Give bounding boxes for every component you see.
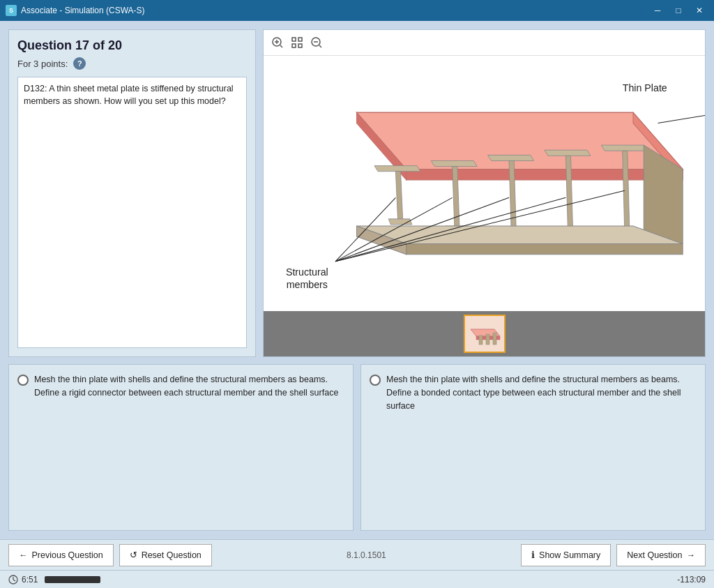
question-title: Question 17 of 20 bbox=[17, 38, 247, 53]
prev-arrow-icon: ← bbox=[19, 550, 28, 560]
main-content: Question 17 of 20 For 3 points: ? D132: … bbox=[0, 21, 714, 539]
show-summary-button[interactable]: ℹ Show Summary bbox=[521, 544, 611, 566]
progress-bar bbox=[45, 576, 100, 583]
clock-icon bbox=[8, 575, 18, 585]
minimize-button[interactable]: ─ bbox=[648, 3, 667, 17]
answer-text-b: Mesh the thin plate with shells and defi… bbox=[386, 373, 697, 412]
model-svg: Thin Plate Structural members bbox=[264, 56, 705, 311]
elapsed-time: 6:51 bbox=[22, 575, 38, 585]
svg-marker-34 bbox=[407, 243, 683, 254]
thin-plate-label: Thin Plate bbox=[623, 82, 667, 93]
zoom-out-button[interactable] bbox=[308, 34, 325, 51]
bottom-toolbar: ← Previous Question ↺ Reset Question 8.1… bbox=[0, 539, 714, 570]
window-title: Associate - Simulation (CSWA-S) bbox=[21, 6, 145, 15]
structural-members-label: Structural bbox=[286, 266, 328, 278]
reset-icon: ↺ bbox=[130, 550, 137, 560]
next-question-button[interactable]: Next Question → bbox=[616, 544, 706, 566]
status-clock: 6:51 bbox=[8, 575, 38, 585]
reset-question-button[interactable]: ↺ Reset Question bbox=[119, 544, 212, 566]
svg-marker-28 bbox=[601, 145, 647, 151]
svg-line-49 bbox=[13, 580, 15, 581]
thumbnail-item[interactable] bbox=[464, 315, 506, 353]
close-button[interactable]: ✕ bbox=[690, 3, 708, 17]
next-arrow-icon: → bbox=[687, 550, 696, 560]
app-icon: S bbox=[6, 5, 17, 16]
svg-marker-16 bbox=[374, 166, 420, 172]
zoom-in-button[interactable] bbox=[269, 34, 286, 51]
svg-marker-22 bbox=[488, 155, 534, 160]
svg-marker-25 bbox=[545, 150, 591, 156]
svg-line-10 bbox=[319, 45, 321, 47]
version-text: 8.1.0.1501 bbox=[218, 550, 515, 560]
svg-marker-19 bbox=[431, 160, 477, 166]
image-main: Thin Plate Structural members bbox=[264, 56, 705, 311]
answer-text-a: Mesh the thin plate with shells and defi… bbox=[34, 373, 344, 400]
svg-rect-4 bbox=[292, 38, 296, 41]
radio-a[interactable] bbox=[17, 375, 29, 386]
help-icon[interactable]: ? bbox=[73, 57, 86, 70]
info-icon: ℹ bbox=[531, 550, 535, 560]
svg-line-3 bbox=[280, 45, 282, 47]
svg-rect-11 bbox=[264, 56, 704, 311]
question-text: D132: A thin sheet metal plate is stiffe… bbox=[24, 84, 234, 106]
image-panel: Thin Plate Structural members bbox=[263, 29, 706, 357]
fit-view-button[interactable] bbox=[289, 34, 305, 51]
image-toolbar bbox=[264, 30, 705, 56]
svg-text:members: members bbox=[287, 279, 328, 290]
question-text-box: D132: A thin sheet metal plate is stiffe… bbox=[17, 77, 247, 348]
svg-rect-6 bbox=[292, 44, 296, 47]
svg-marker-45 bbox=[486, 334, 489, 345]
image-thumbnail-bar bbox=[264, 311, 705, 356]
question-panel: Question 17 of 20 For 3 points: ? D132: … bbox=[8, 29, 256, 357]
svg-rect-7 bbox=[298, 44, 302, 47]
answer-option-a[interactable]: Mesh the thin plate with shells and defi… bbox=[8, 364, 354, 531]
title-bar: S Associate - Simulation (CSWA-S) ─ □ ✕ bbox=[0, 0, 714, 21]
question-points: For 3 points: ? bbox=[17, 57, 247, 70]
radio-b[interactable] bbox=[370, 375, 381, 386]
answers-section: Mesh the thin plate with shells and defi… bbox=[8, 364, 706, 531]
status-bar: 6:51 -113:09 bbox=[0, 570, 714, 588]
top-section: Question 17 of 20 For 3 points: ? D132: … bbox=[8, 29, 706, 357]
svg-marker-14 bbox=[407, 169, 683, 180]
svg-marker-32 bbox=[357, 226, 683, 243]
title-bar-left: S Associate - Simulation (CSWA-S) bbox=[6, 5, 145, 16]
previous-question-button[interactable]: ← Previous Question bbox=[8, 544, 114, 566]
svg-rect-5 bbox=[298, 38, 302, 41]
svg-marker-44 bbox=[479, 336, 483, 345]
svg-marker-46 bbox=[493, 333, 496, 345]
window-controls[interactable]: ─ □ ✕ bbox=[648, 3, 708, 17]
remaining-time: -113:09 bbox=[677, 575, 706, 585]
answer-option-b[interactable]: Mesh the thin plate with shells and defi… bbox=[360, 364, 706, 531]
maximize-button[interactable]: □ bbox=[669, 3, 688, 17]
